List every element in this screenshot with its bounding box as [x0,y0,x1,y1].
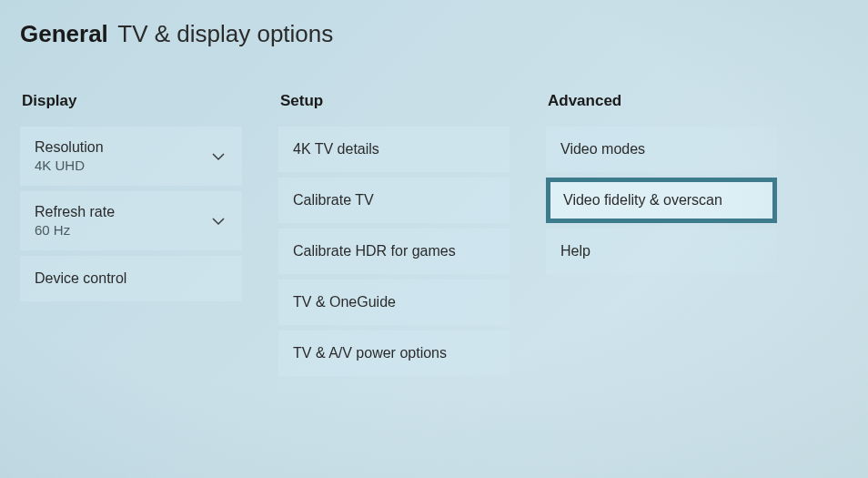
4k-tv-details-label: 4K TV details [293,141,379,158]
calibrate-tv-label: Calibrate TV [293,192,374,208]
tv-av-power-button[interactable]: TV & A/V power options [278,331,510,376]
device-control-button[interactable]: Device control [20,256,242,301]
advanced-column: Advanced Video modes Video fidelity & ov… [546,92,777,381]
advanced-column-header: Advanced [546,92,777,110]
help-button[interactable]: Help [546,229,777,274]
chevron-down-icon [209,212,227,230]
header-subtitle: TV & display options [117,20,333,47]
refresh-rate-dropdown[interactable]: Refresh rate 60 Hz [20,191,242,250]
header-general: General [20,20,108,47]
refresh-rate-labels: Refresh rate 60 Hz [35,204,115,238]
tv-oneguide-button[interactable]: TV & OneGuide [278,280,510,325]
display-column: Display Resolution 4K UHD Refresh rate 6… [20,92,242,381]
resolution-dropdown[interactable]: Resolution 4K UHD [20,127,242,186]
help-label: Help [560,243,590,259]
resolution-labels: Resolution 4K UHD [35,139,104,173]
video-modes-button[interactable]: Video modes [546,127,777,172]
setup-column: Setup 4K TV details Calibrate TV Calibra… [278,92,510,381]
calibrate-hdr-label: Calibrate HDR for games [293,243,456,259]
resolution-value: 4K UHD [35,158,104,173]
refresh-rate-label: Refresh rate [35,204,115,220]
4k-tv-details-button[interactable]: 4K TV details [278,127,510,172]
tv-av-power-label: TV & A/V power options [293,345,447,361]
resolution-label: Resolution [35,139,104,156]
video-modes-label: Video modes [560,141,645,158]
calibrate-hdr-button[interactable]: Calibrate HDR for games [278,229,510,274]
settings-columns: Display Resolution 4K UHD Refresh rate 6… [0,92,868,381]
page-header: General TV & display options [0,0,868,48]
chevron-down-icon [209,147,227,166]
display-column-header: Display [20,92,242,110]
refresh-rate-value: 60 Hz [35,222,115,238]
setup-column-header: Setup [278,92,510,110]
calibrate-tv-button[interactable]: Calibrate TV [278,178,510,223]
video-fidelity-button[interactable]: Video fidelity & overscan [546,178,777,223]
tv-oneguide-label: TV & OneGuide [293,294,396,310]
device-control-label: Device control [35,270,126,287]
video-fidelity-label: Video fidelity & overscan [563,192,722,208]
